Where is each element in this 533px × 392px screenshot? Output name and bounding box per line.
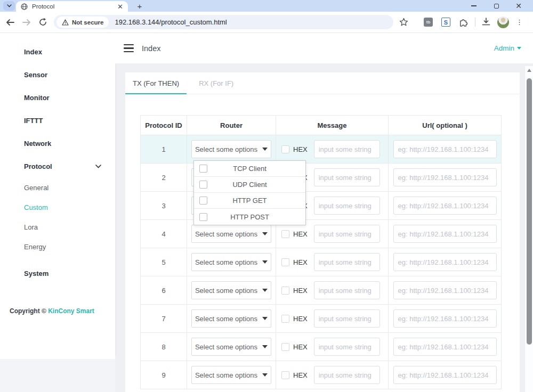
tab-close-icon[interactable]: ✕ — [117, 3, 123, 10]
table-row: 8Select some optionsHEX — [141, 333, 502, 361]
option-checkbox[interactable] — [199, 197, 207, 205]
url-cell — [389, 276, 502, 305]
sidebar-item-label: IFTTT — [24, 117, 43, 125]
sidebar-item-energy[interactable]: Energy — [0, 237, 115, 257]
url-input[interactable] — [393, 338, 497, 356]
message-cell: HEX — [276, 248, 389, 276]
message-input[interactable] — [314, 197, 380, 215]
sidebar: IndexSensorMonitorIFTTTNetworkProtocolGe… — [0, 33, 115, 392]
url-input[interactable] — [393, 309, 497, 328]
url-input[interactable] — [393, 281, 497, 299]
protocol-id-cell: 5 — [141, 248, 187, 276]
router-select[interactable]: Select some options — [191, 338, 271, 356]
router-select-label: Select some options — [195, 258, 257, 266]
copyright: Copyright © KinCony Smart — [0, 307, 115, 315]
forward-arrow-icon — [23, 20, 30, 25]
protocol-id-cell: 4 — [141, 220, 187, 248]
sidebar-item-monitor[interactable]: Monitor — [0, 86, 115, 109]
protocol-id-cell: 8 — [141, 333, 187, 361]
dropdown-option-http-get[interactable]: HTTP GET — [194, 193, 305, 209]
url-bar[interactable]: Not secure 192.168.3.144/protocol_custom… — [54, 15, 393, 29]
option-checkbox[interactable] — [199, 165, 207, 173]
menu-toggle-button[interactable] — [124, 44, 134, 53]
not-secure-chip[interactable]: Not secure — [56, 17, 109, 28]
sidebar-item-protocol[interactable]: Protocol — [0, 155, 115, 178]
sidebar-item-custom[interactable]: Custom — [0, 198, 115, 217]
window-maximize-button[interactable] — [485, 0, 507, 12]
url-cell — [389, 361, 502, 389]
hex-checkbox[interactable] — [281, 145, 289, 153]
downloads-button[interactable] — [481, 18, 491, 27]
tab-tx-for-then[interactable]: TX (For THEN) — [125, 72, 187, 94]
url-input[interactable] — [393, 366, 497, 384]
page-scrollbar[interactable] — [524, 66, 533, 392]
sidebar-item-index[interactable]: Index — [0, 40, 115, 63]
router-select[interactable]: Select some options — [191, 281, 271, 299]
router-select[interactable]: Select some options — [191, 225, 271, 243]
tab-search-button[interactable] — [3, 1, 15, 11]
url-input[interactable] — [393, 253, 497, 271]
profile-avatar[interactable] — [497, 17, 509, 28]
star-icon — [399, 18, 408, 27]
extension-icon-s[interactable]: S — [441, 18, 450, 27]
hex-checkbox[interactable] — [281, 287, 289, 295]
url-input[interactable] — [393, 168, 497, 186]
url-input[interactable] — [393, 197, 497, 215]
sidebar-item-lora[interactable]: Lora — [0, 217, 115, 237]
forward-button[interactable] — [22, 18, 31, 27]
scrollbar-thumb[interactable] — [527, 78, 532, 345]
chevron-down-icon — [95, 165, 101, 168]
browser-menu-button[interactable]: ⋮ — [516, 18, 523, 26]
window-close-button[interactable]: ✕ — [507, 0, 530, 12]
router-select[interactable]: Select some options — [191, 140, 271, 158]
protocol-table: Protocol IDRouterMessageUrl( optional ) … — [140, 115, 502, 389]
hex-checkbox[interactable] — [281, 371, 289, 379]
sidebar-item-ifttt[interactable]: IFTTT — [0, 109, 115, 132]
window-minimize-button[interactable] — [463, 0, 485, 12]
browser-tab[interactable]: Protocol ✕ — [16, 1, 128, 12]
router-cell: Select some options — [187, 305, 276, 333]
hex-checkbox[interactable] — [281, 315, 289, 323]
admin-menu[interactable]: Admin — [494, 44, 521, 52]
dropdown-option-http-post[interactable]: HTTP POST — [194, 209, 305, 225]
option-checkbox[interactable] — [199, 181, 207, 189]
sidebar-item-sensor[interactable]: Sensor — [0, 63, 115, 86]
message-input[interactable] — [314, 140, 380, 158]
dropdown-option-udp-client[interactable]: UDP Client — [194, 177, 305, 193]
scroll-up-arrow-icon[interactable] — [527, 69, 531, 72]
tab-title: Protocol — [32, 3, 117, 10]
hex-checkbox[interactable] — [281, 258, 289, 266]
hex-checkbox[interactable] — [281, 230, 289, 238]
tab-rx-for-if[interactable]: RX (For IF) — [191, 72, 241, 94]
extensions-button[interactable] — [458, 17, 469, 27]
router-select[interactable]: Select some options — [191, 366, 271, 384]
extension-icon-gray[interactable]: tb — [424, 18, 433, 27]
content-card: TX (For THEN)RX (For IF) Protocol IDRout… — [125, 72, 520, 392]
dropdown-option-tcp-client[interactable]: TCP Client — [194, 161, 305, 177]
sidebar-item-general[interactable]: General — [0, 178, 115, 198]
sidebar-item-network[interactable]: Network — [0, 132, 115, 155]
page-header: Index Admin — [115, 33, 533, 63]
router-select[interactable]: Select some options — [191, 253, 271, 271]
router-cell: Select some options — [187, 248, 276, 276]
message-input[interactable] — [314, 309, 380, 328]
message-input[interactable] — [314, 253, 380, 271]
reload-button[interactable] — [38, 18, 47, 27]
router-select[interactable]: Select some options — [191, 309, 271, 328]
new-tab-button[interactable]: + — [134, 1, 145, 11]
sidebar-item-label: Sensor — [24, 71, 47, 79]
back-button[interactable] — [5, 18, 15, 27]
url-input[interactable] — [393, 225, 497, 243]
sidebar-item-system[interactable]: System — [0, 262, 115, 285]
message-input[interactable] — [314, 338, 380, 356]
url-input[interactable] — [393, 140, 497, 158]
message-input[interactable] — [314, 168, 380, 186]
message-input[interactable] — [314, 366, 380, 384]
message-input[interactable] — [314, 281, 380, 299]
bookmark-star-button[interactable] — [399, 18, 408, 27]
column-header-protocol-id: Protocol ID — [141, 116, 187, 135]
copyright-brand-link[interactable]: KinCony Smart — [48, 307, 94, 315]
hex-checkbox[interactable] — [281, 343, 289, 351]
option-checkbox[interactable] — [199, 213, 207, 221]
message-input[interactable] — [314, 225, 380, 243]
